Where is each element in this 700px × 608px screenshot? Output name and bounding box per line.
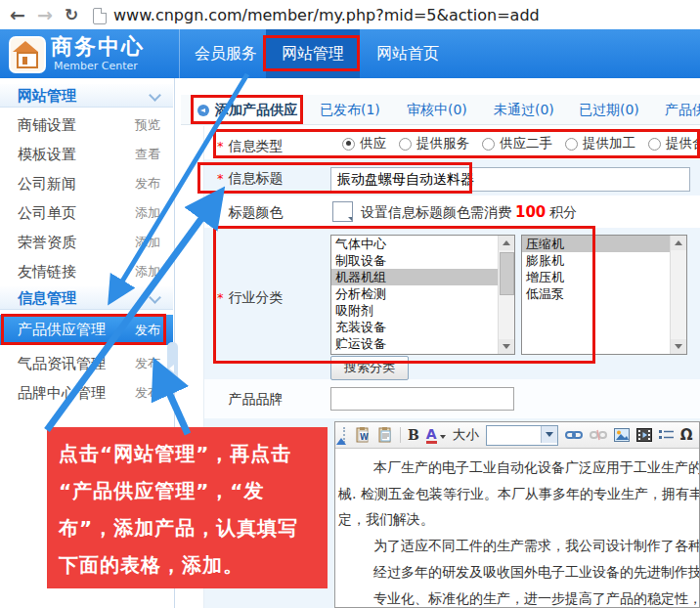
sidebar-item-company-news[interactable]: 公司新闻发布 [0, 170, 173, 197]
action-link-publish[interactable]: 发布 [135, 315, 160, 345]
action-link[interactable]: 添加 [135, 199, 160, 227]
search-category-button[interactable]: 搜索分类 [330, 356, 409, 380]
list-option[interactable]: 配套产品 [331, 352, 514, 355]
editor-line: 械. 检测五金包装等行业。本厂从事多年的专业生产，拥有丰 [338, 481, 699, 507]
tab-published[interactable]: 已发布(1) [320, 95, 380, 124]
action-link[interactable]: 查看 [135, 141, 160, 168]
sidebar-item-friend-links[interactable]: 友情链接添加 [0, 258, 173, 285]
page-icon [93, 8, 107, 24]
scroll-up-icon[interactable] [671, 236, 686, 250]
editor-collapse-icon[interactable] [336, 438, 346, 445]
sidebar-section-site-manage[interactable]: 网站管理 [0, 84, 173, 108]
radio-processing[interactable]: 提供加工 [565, 135, 635, 152]
radio-cooperation[interactable]: 提供合作 [648, 135, 700, 152]
nav-item-member-service[interactable]: 会员服务 [186, 29, 266, 78]
list-option[interactable]: 膨胀机 [522, 252, 686, 269]
special-char-icon[interactable]: Ω [680, 426, 693, 444]
brand-input[interactable] [330, 387, 514, 411]
tab-reviewing[interactable]: 审核中(0) [407, 95, 467, 124]
label-info-type: *信息类型 [217, 138, 284, 155]
paste-word-icon[interactable]: W [355, 427, 371, 443]
editor-toolbar: W B A 大小 Ω [335, 422, 699, 449]
scroll-up-icon[interactable] [499, 236, 514, 250]
radio-service[interactable]: 提供服务 [399, 135, 469, 152]
list-option[interactable]: 分析检测 [331, 285, 514, 302]
listbox-scrollbar[interactable] [670, 236, 686, 354]
radio-secondhand[interactable]: 供应二手 [482, 135, 552, 152]
editor-line: 专业化、标准化的生产，进一步提高了产品的稳定性， [338, 586, 699, 607]
list-option[interactable]: 气体中心 [331, 236, 514, 252]
category-listbox-secondary[interactable]: 压缩机 膨胀机 增压机 低温泵 [521, 235, 687, 355]
font-size-label: 大小 [453, 426, 479, 444]
back-icon[interactable]: ← [10, 0, 25, 29]
sidebar-collapse-handle[interactable] [167, 342, 178, 394]
listbox-scrollbar[interactable] [498, 236, 514, 354]
sidebar-item-shop-setting[interactable]: 商铺设置预览 [0, 111, 173, 139]
action-link[interactable]: 发布 [135, 379, 160, 407]
label-brand: *产品品牌 [217, 391, 284, 409]
list-option-selected[interactable]: 压缩机 [522, 236, 686, 252]
sidebar-item-gas-news[interactable]: 气品资讯管理发布 [0, 350, 173, 377]
list-option[interactable]: 充装设备 [331, 319, 514, 335]
nav-item-site-manage[interactable]: 网站管理 [266, 29, 360, 78]
refresh-icon[interactable]: ↻ [65, 0, 78, 29]
scroll-thumb[interactable] [500, 252, 514, 295]
info-type-radio-group: 供应 提供服务 供应二手 提供加工 提供合作 [342, 131, 700, 156]
tab-expired[interactable]: 已过期(0) [579, 95, 639, 124]
label-category: *行业分类 [217, 289, 284, 307]
list-option[interactable]: 吸附剂 [331, 302, 514, 319]
font-size-select[interactable] [486, 425, 558, 446]
forward-icon[interactable]: → [37, 0, 53, 29]
scroll-down-icon[interactable] [499, 339, 514, 354]
dropdown-arrow-icon [541, 426, 557, 443]
radio-icon [648, 138, 661, 151]
title-color-picker[interactable] [332, 201, 353, 222]
sidebar-item-brand-center[interactable]: 品牌中心管理发布 [0, 379, 173, 407]
radio-icon [565, 138, 578, 151]
list-icon[interactable] [659, 429, 674, 441]
font-color-button[interactable]: A [426, 427, 446, 444]
editor-line: 经过多年的研发及吸收国外电子工业设备的先进制作技 [338, 559, 699, 586]
sidebar-item-honor[interactable]: 荣誉资质添加 [0, 229, 173, 256]
unlink-icon[interactable] [590, 429, 607, 441]
radio-icon [399, 138, 412, 151]
action-link[interactable]: 预览 [135, 111, 160, 139]
address-bar[interactable]: www.cnpgn.com/member/my.php?mid=5&action… [113, 4, 540, 27]
radio-supply[interactable]: 供应 [342, 135, 386, 152]
info-title-input[interactable] [330, 167, 690, 192]
scroll-down-icon[interactable] [671, 339, 686, 354]
sidebar-item-company-page[interactable]: 公司单页添加 [0, 199, 173, 227]
collapse-left-icon [169, 365, 174, 372]
site-title: 商务中心 [51, 32, 145, 62]
action-link[interactable]: 添加 [135, 258, 160, 285]
radio-icon [342, 138, 355, 151]
action-link[interactable]: 发布 [135, 170, 160, 197]
editor-line: 本厂生产的电子工业自动化设备广泛应用于工业生产的 [338, 455, 699, 481]
list-option[interactable]: 贮运设备 [331, 335, 514, 352]
editor-content[interactable]: 本厂生产的电子工业自动化设备广泛应用于工业生产的 械. 检测五金包装等行业。本厂… [335, 449, 699, 607]
nav-item-site-home[interactable]: 网站首页 [364, 29, 452, 78]
toolbar-separator [400, 427, 401, 443]
bold-button[interactable]: B [408, 427, 419, 443]
action-link[interactable]: 发布 [135, 350, 160, 377]
app-root: ← → ↻ www.cnpgn.com/member/my.php?mid=5&… [0, 0, 700, 608]
list-option[interactable]: 低温泵 [522, 285, 686, 302]
category-listbox-primary[interactable]: 气体中心 制取设备 机器机组 分析检测 吸附剂 充装设备 贮运设备 配套产品 [330, 235, 515, 355]
image-icon[interactable] [614, 428, 630, 442]
link-icon[interactable] [565, 429, 583, 441]
list-option-selected[interactable]: 机器机组 [331, 269, 514, 285]
tab-product-supply[interactable]: 产品供应 [665, 95, 700, 124]
list-option[interactable]: 制取设备 [331, 252, 514, 269]
browser-toolbar: ← → ↻ www.cnpgn.com/member/my.php?mid=5&… [0, 0, 700, 30]
paste-text-icon[interactable] [377, 427, 393, 443]
sidebar-item-template-setting[interactable]: 模板设置查看 [0, 141, 173, 168]
media-icon[interactable] [636, 428, 652, 442]
sidebar-item-product-supply[interactable]: 产品供应管理发布 [0, 315, 173, 345]
tab-add-product-supply[interactable]: 添加产品供应 [193, 96, 302, 124]
site-subtitle: Member Center [54, 60, 138, 72]
annotation-callout: 点击“网站管理”，再点击“产品供应管理”，“发布”，添加产品，认真填写下面的表格… [47, 427, 328, 588]
list-option[interactable]: 增压机 [522, 269, 686, 285]
tab-rejected[interactable]: 未通过(0) [494, 95, 554, 124]
sidebar-section-info-manage[interactable]: 信息管理 [0, 286, 173, 310]
action-link[interactable]: 添加 [135, 229, 160, 256]
